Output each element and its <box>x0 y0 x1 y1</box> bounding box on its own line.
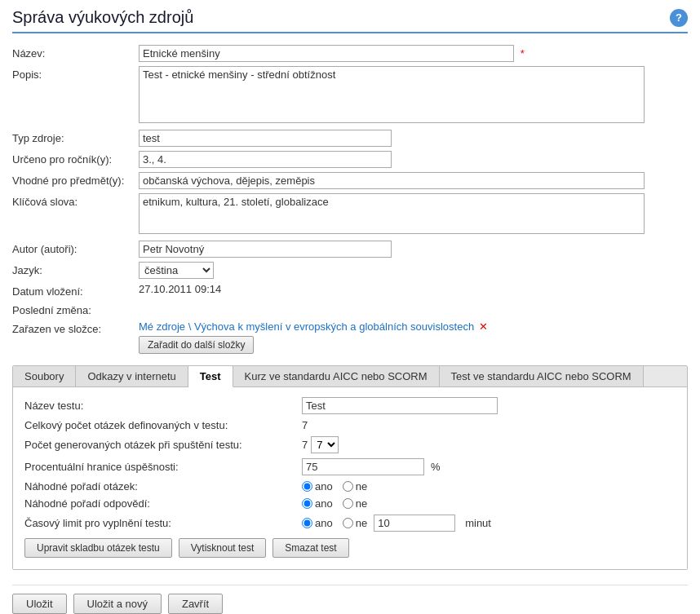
bottom-buttons: Uložit Uložit a nový Zavřít <box>12 585 688 614</box>
test-nahodne-odpovedi-ne-radio[interactable] <box>343 498 353 509</box>
test-nahodne-odpovedi-radio: ano ne <box>302 497 367 510</box>
slozka-label: Zařazen ve složce: <box>12 320 139 335</box>
test-nahodne-otazky-ne-label: ne <box>356 480 367 493</box>
jazyk-row: Jazyk: čeština angličtina němčina sloven… <box>12 262 688 279</box>
test-casovy-wrap: ano ne minut <box>302 515 491 532</box>
test-casovy-unit: minut <box>465 517 491 529</box>
tab-kurz[interactable]: Kurz ve standardu AICC nebo SCORM <box>233 366 440 387</box>
jazyk-select[interactable]: čeština angličtina němčina slovenština <box>139 262 214 279</box>
autor-row: Autor (autoři): <box>12 241 688 258</box>
typ-input[interactable] <box>139 130 392 147</box>
test-nahodne-odpovedi-ne-option[interactable]: ne <box>343 497 367 510</box>
test-nahodne-odpovedi-label: Náhodné pořadí odpovědí: <box>24 497 302 510</box>
test-nazev-input[interactable] <box>302 397 498 414</box>
test-nazev-row: Název testu: <box>24 397 676 414</box>
popis-wrap: Test - etnické menšiny - střední obtížno… <box>139 66 688 126</box>
vytisknout-button[interactable]: Vytisknout test <box>179 538 267 558</box>
tab-odkazy[interactable]: Odkazy v internetu <box>76 366 188 387</box>
test-nahodne-odpovedi-ano-option[interactable]: ano <box>302 497 333 510</box>
autor-wrap <box>139 241 688 258</box>
test-pct-input[interactable] <box>302 458 424 475</box>
test-nahodne-otazky-label: Náhodné pořadí otázek: <box>24 480 302 493</box>
test-casovy-ne-option[interactable]: ne <box>343 517 367 529</box>
vhodne-input[interactable] <box>139 172 645 189</box>
test-nahodne-otazky-ano-radio[interactable] <box>302 481 312 492</box>
tab-test[interactable]: Test <box>188 366 233 387</box>
test-pocet-row: Počet generovaných otázek při spuštění t… <box>24 436 676 453</box>
test-celkovy-row: Celkový počet otázek definovaných v test… <box>24 419 676 431</box>
test-celkovy-value: 7 <box>302 419 308 431</box>
urceno-label: Určeno pro ročník(y): <box>12 151 139 166</box>
nazev-wrap: * <box>139 45 688 62</box>
test-nahodne-otazky-radio: ano ne <box>302 480 367 493</box>
nazev-row: Název: * <box>12 45 688 62</box>
klic-row: Klíčová slova: etnikum, kultura, 21. sto… <box>12 193 688 236</box>
test-nahodne-otazky-ne-option[interactable]: ne <box>343 480 367 493</box>
test-casovy-radio: ano ne <box>302 517 367 529</box>
posledni-label: Poslední změna: <box>12 302 139 316</box>
ulozit-button[interactable]: Uložit <box>12 594 67 614</box>
tabs-container: Soubory Odkazy v internetu Test Kurz ve … <box>12 365 688 570</box>
test-casovy-row: Časový limit pro vyplnění testu: ano ne <box>24 515 676 532</box>
slozka-wrap: Mé zdroje \ Výchova k myšlení v evropský… <box>139 320 688 354</box>
test-celkovy-label: Celkový počet otázek definovaných v test… <box>24 419 302 431</box>
datum-row: Datum vložení: 27.10.2011 09:14 <box>12 283 688 298</box>
test-pct-wrap: % <box>302 458 441 475</box>
test-pct-row: Procentuální hranice úspěšnosti: % <box>24 458 676 475</box>
tab-soubory[interactable]: Soubory <box>13 366 76 387</box>
klic-wrap: etnikum, kultura, 21. století, globaliza… <box>139 193 688 236</box>
test-nazev-label: Název testu: <box>24 400 302 412</box>
klic-label: Klíčová slova: <box>12 193 139 208</box>
test-pocet-select[interactable]: 1234567 <box>311 436 339 453</box>
test-pocet-value: 7 <box>302 439 308 451</box>
page-container: Správa výukových zdrojů ? Název: * Popis… <box>0 0 700 614</box>
popis-row: Popis: Test - etnické menšiny - střední … <box>12 66 688 126</box>
test-nahodne-odpovedi-row: Náhodné pořadí odpovědí: ano ne <box>24 497 676 510</box>
nazev-input[interactable] <box>139 45 514 62</box>
folder-row: Mé zdroje \ Výchova k myšlení v evropský… <box>139 320 688 333</box>
test-casovy-value-input[interactable] <box>374 515 455 532</box>
folder-remove-icon[interactable]: ✕ <box>479 320 488 333</box>
ulozit-novy-button[interactable]: Uložit a nový <box>73 594 162 614</box>
slozka-row: Zařazen ve složce: Mé zdroje \ Výchova k… <box>12 320 688 354</box>
tabs-header: Soubory Odkazy v internetu Test Kurz ve … <box>13 366 687 387</box>
jazyk-wrap: čeština angličtina němčina slovenština <box>139 262 688 279</box>
jazyk-label: Jazyk: <box>12 262 139 276</box>
autor-input[interactable] <box>139 241 392 258</box>
page-header: Správa výukových zdrojů ? <box>12 8 688 33</box>
tab-test-std[interactable]: Test ve standardu AICC nebo SCORM <box>440 366 644 387</box>
popis-textarea[interactable]: Test - etnické menšiny - střední obtížno… <box>139 66 645 123</box>
test-nazev-wrap <box>302 397 498 414</box>
folder-button-wrap: Zařadit do další složky <box>139 333 688 354</box>
page-title: Správa výukových zdrojů <box>12 8 193 27</box>
upravit-button[interactable]: Upravit skladbu otázek testu <box>24 538 172 558</box>
vhodne-label: Vhodné pro předmět(y): <box>12 172 139 187</box>
test-casovy-ano-option[interactable]: ano <box>302 517 333 529</box>
zavrit-button[interactable]: Zavřít <box>168 594 223 614</box>
datum-value: 27.10.2011 09:14 <box>139 283 221 295</box>
autor-label: Autor (autoři): <box>12 241 139 255</box>
smazat-button[interactable]: Smazat test <box>272 538 348 558</box>
urceno-input[interactable] <box>139 151 392 168</box>
test-nahodne-otazky-ne-radio[interactable] <box>343 481 353 492</box>
typ-label: Typ zdroje: <box>12 130 139 144</box>
test-casovy-ano-radio[interactable] <box>302 518 312 528</box>
test-nahodne-odpovedi-ano-label: ano <box>315 497 333 510</box>
test-nahodne-otazky-ano-option[interactable]: ano <box>302 480 333 493</box>
test-nahodne-odpovedi-ano-radio[interactable] <box>302 498 312 509</box>
test-nahodne-otazky-ano-label: ano <box>315 480 333 493</box>
klic-textarea[interactable]: etnikum, kultura, 21. století, globaliza… <box>139 193 645 234</box>
test-casovy-ne-radio[interactable] <box>343 518 353 528</box>
test-pct-unit: % <box>431 461 441 473</box>
typ-wrap <box>139 130 688 147</box>
popis-label: Popis: <box>12 66 139 81</box>
urceno-row: Určeno pro ročník(y): <box>12 151 688 168</box>
test-action-buttons: Upravit skladbu otázek testu Vytisknout … <box>24 538 676 558</box>
help-icon[interactable]: ? <box>670 9 688 27</box>
datum-wrap: 27.10.2011 09:14 <box>139 283 688 295</box>
folder-link[interactable]: Mé zdroje \ Výchova k myšlení v evropský… <box>139 320 474 333</box>
test-casovy-label: Časový limit pro vyplnění testu: <box>24 517 302 529</box>
nazev-required: * <box>521 47 525 60</box>
add-folder-button[interactable]: Zařadit do další složky <box>139 336 254 354</box>
urceno-wrap <box>139 151 688 168</box>
